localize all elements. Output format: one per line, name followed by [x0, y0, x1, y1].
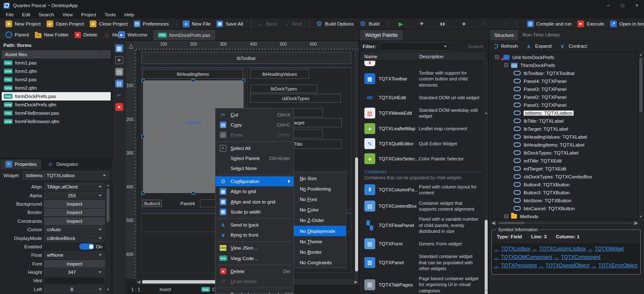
widget-list-item[interactable]: TQTXColorSelec... Color Palette Selector	[361, 151, 485, 166]
properties-panel-tab[interactable]: Delegates	[42, 159, 83, 169]
design-tbToolbar[interactable]: tbToolbar	[141, 52, 351, 64]
file-list-item[interactable]: PAS formDockPrefs.pas	[2, 92, 111, 101]
tree-node[interactable]: Panel4: TQTXPanel	[492, 77, 638, 85]
menu-item[interactable]: View	[58, 12, 77, 17]
scroll-left-icon[interactable]: ◀	[491, 220, 495, 226]
scrollbar-thumb[interactable]	[355, 157, 358, 271]
scrollbar-thumb[interactable]	[485, 220, 488, 294]
toolbar-button[interactable]: Build Options	[313, 19, 356, 28]
symbol-link[interactable]: TQTXOwnedObject	[538, 263, 589, 268]
toolbar-button[interactable]	[478, 19, 491, 28]
toolbar-button[interactable]: Compile and run	[524, 19, 574, 28]
symbol-link[interactable]: TQTXDOMComponent	[494, 254, 552, 260]
widget-list-item[interactable]: TQTXTabPages Page based container widget…	[361, 273, 485, 294]
design-Panel4[interactable]: Panel4	[176, 200, 199, 207]
context-menu-item[interactable]: Align to grid	[216, 186, 293, 196]
designer-tool-icon[interactable]	[115, 56, 123, 64]
tree-vertical-scrollbar[interactable]: ▲ ▼	[639, 52, 643, 219]
toolbar-button[interactable]: Save All	[213, 19, 254, 28]
property-value-cell[interactable]: Inspect	[44, 260, 105, 268]
designer-tool-icon[interactable]	[115, 91, 123, 99]
scrollbar-thumb[interactable]	[639, 58, 642, 112]
context-menu-item[interactable]: Toggle design and code F12	[216, 289, 293, 294]
selection-handle[interactable]	[141, 191, 145, 195]
scroll-left-icon[interactable]: ◀	[136, 280, 141, 284]
widget-list-item[interactable]: TQTXQuillEditor Quill Editor Widget	[361, 136, 485, 151]
designer-tool-icon[interactable]	[115, 80, 123, 88]
menu-item[interactable]: File	[2, 12, 18, 17]
submenu-item[interactable]: No Z-Order	[294, 215, 346, 226]
symbol-link[interactable]: TQTXErrorObject	[591, 263, 637, 268]
context-menu-item[interactable]: View Code ..	[216, 253, 293, 263]
property-value-cell[interactable]: crAuto	[44, 226, 105, 233]
property-value-cell[interactable]: TAlign.alClient	[44, 183, 105, 191]
tree-node[interactable]: − Unit formDockPrefs	[492, 53, 638, 61]
property-value-cell[interactable]: 347	[44, 268, 105, 276]
tree-node[interactable]: Panel3: TQTXPanel	[492, 85, 638, 93]
file-list-item[interactable]: DFM form1.qfm	[2, 67, 111, 75]
tree-node[interactable]: lbHeadingItems: TQTXLabel	[492, 141, 638, 149]
widget-list-item[interactable]: TQTXContentBox Container widget that sup…	[361, 198, 485, 214]
submenu-item[interactable]: No Theme	[294, 236, 346, 247]
widget-selector-dropdown[interactable]: lstItems : TQTXListbox	[23, 171, 109, 180]
search-button[interactable]: Search	[468, 44, 486, 49]
file-list-item[interactable]: PAS formFileBrowser.pas	[2, 109, 111, 117]
tree-node[interactable]: edTarget: TQTXEdit	[492, 165, 638, 173]
tree-node[interactable]: − TformDockPrefs	[492, 61, 638, 69]
context-menu-item[interactable]: Cut Ctrl+X	[216, 110, 293, 120]
context-menu-item[interactable]: Delete Del	[216, 266, 293, 276]
scroll-up-icon[interactable]: ▲	[639, 53, 643, 57]
widget-list-item[interactable]: TQTXFlowPanel Panel with a variable numb…	[361, 214, 485, 236]
tree-node[interactable]: lbHeadingValues: TQTXLabel	[492, 133, 638, 141]
tree-node[interactable]: Button4: TQTXButton	[492, 181, 638, 188]
scrollbar-thumb[interactable]	[106, 188, 109, 222]
context-menu-item[interactable]: Scale to width	[216, 207, 293, 217]
menu-item[interactable]: Help	[120, 12, 138, 17]
context-menu-item[interactable]: Undo delete	[216, 276, 293, 286]
widget-list-item[interactable]: TQTXColumnPa... Panel with column layout…	[361, 182, 485, 198]
filter-dropdown[interactable]	[379, 42, 450, 51]
properties-panel-tab[interactable]: Properties	[0, 159, 42, 169]
symbol-link[interactable]: TQTXComponent	[554, 254, 600, 260]
tree-node[interactable]: edTitle: TQTXEdit	[492, 157, 638, 165]
selection-handle[interactable]	[141, 79, 145, 82]
symbol-link[interactable]: TQTXPersistent	[494, 263, 537, 268]
editor-tab[interactable]: PAS formDockPrefs.pas	[153, 29, 216, 40]
menu-item[interactable]: Search	[34, 12, 58, 17]
design-Button3[interactable]: Button3	[143, 200, 162, 207]
property-value-cell[interactable]	[44, 277, 105, 284]
tree-node[interactable]: lbTitle: TQTXLabel	[492, 117, 638, 125]
tree-node[interactable]: cbDockTypes: TQTXComboBox	[492, 173, 638, 181]
widget-list-item[interactable]: TQTXLeafletMap Leaflet map component	[361, 121, 485, 136]
design-cbDockTypes[interactable]: cbDockTypes	[250, 94, 341, 103]
editor-tab[interactable]: Welcome	[113, 29, 153, 40]
tree-expander-icon[interactable]: −	[504, 214, 508, 218]
scroll-right-icon[interactable]: ▶	[353, 280, 358, 284]
context-menu-item[interactable]: Send to back	[216, 220, 293, 230]
design-lbHeadingValues[interactable]: lbHeadingValues	[250, 69, 309, 79]
tree-node[interactable]: btnCancel: TQTXButton	[492, 204, 638, 212]
toolbar-button[interactable]: Back	[254, 19, 280, 28]
property-value-cell[interactable]: Inspect	[44, 209, 105, 216]
design-lbDockTypes[interactable]: lbDockTypes	[250, 85, 317, 93]
designer-tool-icon[interactable]	[115, 44, 123, 52]
tree-node[interactable]: lstItems: TQTXListbox	[492, 109, 638, 117]
file-list-item[interactable]: DFM form2.qfm	[2, 84, 111, 92]
property-value-cell[interactable]: On	[44, 243, 105, 250]
structure-tab[interactable]: Run-Time Library	[519, 29, 564, 40]
widget-palette-tab[interactable]: Widget Palette	[360, 29, 403, 40]
tree-expander-icon[interactable]: −	[495, 55, 499, 59]
property-value-cell[interactable]: wfNone	[44, 251, 105, 259]
structure-action-button[interactable]: Expand	[525, 43, 551, 49]
tree-node[interactable]: lbTarget: TQTXLabel	[492, 125, 638, 133]
scroll-down-icon[interactable]: ▼	[484, 289, 488, 292]
menu-item[interactable]: Edit	[18, 12, 35, 17]
tree-node[interactable]: btnStore: TQTXButton	[492, 196, 638, 204]
structure-action-button[interactable]: Contract	[559, 43, 587, 49]
toolbar-button[interactable]: Next	[280, 19, 313, 28]
property-value-cell[interactable]: 255	[44, 192, 105, 199]
scrollbar-track[interactable]	[497, 223, 633, 223]
submenu-item[interactable]: No Displaymode	[294, 226, 346, 236]
tree-node[interactable]: Button3: TQTXButton	[492, 188, 638, 196]
minimize-button[interactable]: –	[601, 0, 615, 11]
